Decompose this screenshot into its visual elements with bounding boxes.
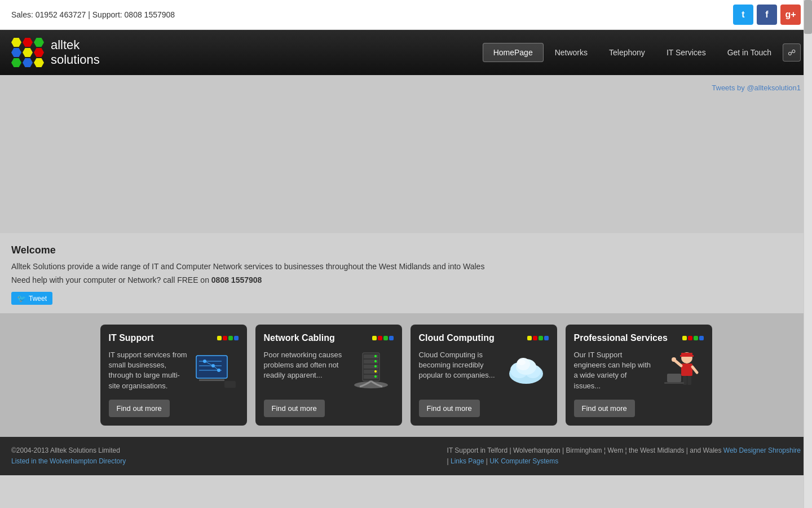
footer-locations-text: IT Support in Telford | Wolverhampton | … [447, 446, 722, 454]
hex-dot-y4 [682, 336, 687, 340]
hex-dot-g2 [383, 336, 388, 340]
hex-dot-b3 [544, 336, 549, 340]
hex-dot-b2 [389, 336, 394, 340]
footer-locations: IT Support in Telford | Wolverhampton | … [447, 445, 801, 456]
svg-rect-10 [199, 379, 224, 381]
find-out-btn-3[interactable]: Find out more [419, 400, 480, 417]
svg-rect-0 [196, 356, 227, 378]
scrollbar-thumb[interactable] [804, 0, 812, 34]
hex-cell-8 [23, 58, 33, 67]
svg-rect-9 [224, 381, 236, 388]
contact-info: Sales: 01952 463727 | Support: 0808 1557… [11, 10, 175, 19]
hex-dot-r3 [533, 336, 537, 340]
hex-cell-7 [11, 58, 21, 67]
service-card-body-3: Cloud Computing is becoming incredibly p… [419, 350, 549, 391]
hex-cell-9 [34, 58, 44, 67]
nav-homepage[interactable]: HomePage [483, 43, 544, 62]
nav-telephony[interactable]: Telephony [599, 43, 655, 62]
svg-point-18 [374, 360, 377, 362]
find-out-btn-4[interactable]: Find out more [574, 400, 635, 417]
footer-webdesigner-link[interactable]: Web Designer Shropshire [723, 446, 801, 454]
footer-directory: Listed in the Wolverhampton Directory [11, 456, 126, 467]
svg-point-21 [374, 375, 377, 378]
service-title-1: IT Support [109, 333, 154, 343]
nav-it-services[interactable]: IT Services [656, 43, 716, 62]
welcome-para1: Alltek Solutions provide a wide range of… [11, 262, 801, 271]
service-desc-4: Our IT Support engineers can help with a… [574, 350, 653, 391]
rss-button[interactable]: ☍ [783, 43, 801, 62]
hex-dot-y3 [527, 336, 532, 340]
tweets-link[interactable]: Tweets by @allteksolution1 [712, 84, 801, 92]
service-card-body-2: Poor networking causes problems and ofte… [264, 350, 394, 391]
hex-dot-g4 [694, 336, 698, 340]
facebook-icon: f [765, 10, 768, 20]
footer-right: IT Support in Telford | Wolverhampton | … [447, 445, 801, 467]
hero-section: Tweets by @allteksolution1 [0, 75, 812, 233]
service-img-1 [193, 350, 239, 389]
footer-links-row: | Links Page | UK Computer Systems [447, 456, 801, 467]
welcome-heading: Welcome [11, 244, 801, 256]
service-card-professional: Professional Services Our IT Support eng… [566, 325, 712, 426]
footer-uk-computers-link[interactable]: UK Computer Systems [489, 457, 558, 465]
welcome-phone: 0808 1557908 [211, 275, 262, 284]
service-title-4: Professional Services [574, 333, 668, 343]
hex-dot-g [228, 336, 233, 340]
tweet-button[interactable]: 🐦 Tweet [11, 292, 52, 305]
service-card-header-2: Network Cabling [264, 333, 394, 343]
nav-networks[interactable]: Networks [545, 43, 598, 62]
welcome-para2-prefix: Need help with your computer or Network?… [11, 275, 211, 284]
tweet-label: Tweet [29, 295, 47, 303]
service-title-3: Cloud Computing [419, 333, 495, 343]
service-img-2 [348, 350, 394, 389]
brand-name: alltek [51, 38, 100, 52]
nav-get-in-touch[interactable]: Get in Touch [717, 43, 782, 62]
service-desc-1: IT support services from small businesse… [109, 350, 188, 391]
hex-cell-1 [11, 38, 21, 47]
footer-directory-link[interactable]: Listed in the Wolverhampton Directory [11, 457, 126, 465]
svg-rect-31 [680, 355, 694, 357]
svg-rect-38 [667, 374, 681, 382]
hex-dot-r [223, 336, 227, 340]
footer-links-page-link[interactable]: Links Page [451, 457, 484, 465]
gplus-button[interactable]: g+ [780, 5, 801, 25]
scrollbar[interactable] [804, 0, 812, 475]
brand-sub: solutions [51, 52, 100, 67]
hex-icon-3 [527, 336, 549, 340]
service-img-3 [504, 350, 549, 389]
gplus-icon: g+ [785, 10, 796, 20]
footer: ©2004-2013 Alltek Solutions Limited List… [0, 437, 812, 475]
svg-point-17 [374, 355, 377, 357]
svg-point-20 [374, 370, 377, 373]
main-wrapper: Tweets by @allteksolution1 Welcome Allte… [0, 75, 812, 437]
svg-line-35 [692, 367, 697, 373]
service-card-network: Network Cabling Poor networking causes p… [255, 325, 402, 426]
hex-dot-y [217, 336, 222, 340]
header: alltek solutions HomePage Networks Telep… [0, 30, 812, 75]
hex-dot-g3 [539, 336, 543, 340]
hex-icon-1 [217, 336, 239, 340]
service-card-header-3: Cloud Computing [419, 333, 549, 343]
hex-cell-4 [11, 48, 21, 57]
service-desc-3: Cloud Computing is becoming incredibly p… [419, 350, 498, 381]
svg-point-28 [518, 360, 526, 365]
hex-cell-2 [23, 38, 33, 47]
twitter-button[interactable]: t [733, 5, 753, 25]
services-section: IT Support IT support services from smal… [0, 313, 812, 437]
find-out-btn-2[interactable]: Find out more [264, 400, 325, 417]
hex-dot-r4 [688, 336, 692, 340]
find-out-btn-1[interactable]: Find out more [109, 400, 170, 417]
logo-area: alltek solutions [11, 38, 100, 68]
svg-point-34 [672, 357, 676, 362]
facebook-button[interactable]: f [757, 5, 777, 25]
service-title-2: Network Cabling [264, 333, 335, 343]
hex-icon-2 [372, 336, 394, 340]
service-card-cloud: Cloud Computing Cloud Computing is becom… [411, 325, 557, 426]
logo-text: alltek solutions [51, 38, 100, 68]
service-img-4 [659, 350, 704, 389]
logo-hex [11, 38, 44, 67]
hex-cell-3 [34, 38, 44, 47]
service-card-header-1: IT Support [109, 333, 239, 343]
rss-icon: ☍ [788, 48, 796, 57]
hex-cell-6 [34, 48, 44, 57]
svg-point-19 [374, 365, 377, 367]
